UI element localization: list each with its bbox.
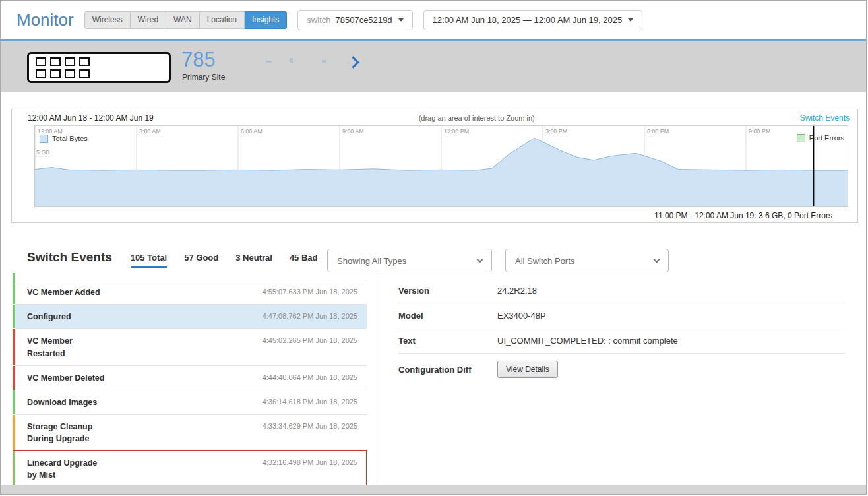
detail-row: TextUI_COMMIT_COMPLETED: : commit comple… [398, 328, 845, 354]
event-row[interactable]: Linecard Upgrade by Mist4:32:16.498 PM J… [13, 451, 367, 487]
traffic-chart-svg[interactable]: 12:00 AM3:00 AM6:00 AM9:00 AM12:00 PM3:0… [35, 126, 848, 206]
decorative-fragment [290, 58, 293, 63]
monitor-page: Monitor WirelessWiredWANLocationInsights… [0, 0, 867, 495]
event-time: 4:32:16.498 PM Jun 18, 2025 [263, 457, 357, 466]
event-type-filter[interactable]: Showing All Types [327, 249, 492, 272]
site-label: Primary Site [182, 73, 225, 82]
chart-hover-readout: 11:00 PM - 12:00 AM Jun 19: 3.6 GB, 0 Po… [12, 207, 857, 220]
view-details-button[interactable]: View Details [497, 361, 558, 378]
event-type-filter-value: Showing All Types [337, 256, 406, 266]
date-range-selector[interactable]: 12:00 AM Jun 18, 2025 — 12:00 AM Jun 19,… [423, 10, 643, 30]
status-bar [13, 366, 15, 390]
legend-total-bytes: Total Bytes [40, 135, 88, 143]
event-list: Port UpVC Member Added4:55:07.633 PM Jun… [13, 273, 367, 487]
detail-label: Version [398, 286, 497, 295]
event-row[interactable]: Storage Cleanup During Upgrade4:33:34.62… [13, 415, 367, 451]
chart-header: 12:00 AM Jun 18 - 12:00 AM Jun 19 (drag … [12, 109, 857, 124]
event-row[interactable]: Download Images4:36:14.618 PM Jun 18, 20… [13, 390, 367, 415]
svg-text:9:00 PM: 9:00 PM [749, 128, 770, 135]
port-errors-swatch-icon [797, 134, 805, 142]
count-bad[interactable]: 45 Bad [290, 253, 318, 263]
status-bar [13, 329, 15, 365]
switch-events-title: Switch Events [27, 250, 112, 264]
event-time: 4:33:34.629 PM Jun 18, 2025 [263, 421, 357, 430]
detail-label: Configuration Diff [398, 365, 497, 375]
text-fade-overlay [202, 46, 295, 74]
event-counts: 105 Total57 Good3 Neutral45 Bad [131, 253, 318, 263]
insights-chart-card: 12:00 AM Jun 18 - 12:00 AM Jun 19 (drag … [11, 109, 858, 223]
event-label: Download Images [27, 396, 97, 408]
svg-text:12:00 PM: 12:00 PM [444, 128, 469, 135]
decorative-fragment [266, 61, 272, 63]
status-bar [13, 305, 15, 328]
event-row[interactable]: Port Up [13, 273, 367, 280]
svg-text:12:00 AM: 12:00 AM [38, 128, 63, 135]
svg-text:9:00 AM: 9:00 AM [342, 128, 364, 135]
chevron-right-icon[interactable] [347, 56, 359, 68]
switch-port-filter-value: All Switch Ports [515, 256, 574, 266]
count-neutral[interactable]: 3 Neutral [235, 253, 272, 263]
status-bar [13, 451, 15, 487]
tab-wireless[interactable]: Wireless [84, 11, 131, 29]
svg-text:6:00 AM: 6:00 AM [241, 128, 263, 135]
detail-value: 24.2R2.18 [497, 286, 537, 295]
chevron-down-icon [654, 257, 660, 263]
switch-events-link[interactable]: Switch Events [800, 113, 850, 123]
legend-port-errors: Port Errors [797, 134, 844, 142]
status-bar [13, 390, 15, 414]
status-bar [13, 415, 15, 450]
monitor-tabs: WirelessWiredWANLocationInsights [84, 11, 288, 29]
detail-row: Version24.2R2.18 [398, 278, 845, 303]
event-row[interactable]: Configured4:47:08.762 PM Jun 18, 2025 [13, 305, 367, 329]
switch-port-filter[interactable]: All Switch Ports [505, 249, 669, 272]
event-row[interactable]: VC Member Restarted4:45:02.265 PM Jun 18… [13, 329, 367, 365]
detail-label: Model [398, 311, 497, 321]
event-row[interactable]: VC Member Added4:55:07.633 PM Jun 18, 20… [13, 280, 367, 305]
switch-front-panel-icon [27, 52, 171, 83]
event-time: 4:36:14.618 PM Jun 18, 2025 [263, 396, 357, 406]
bottom-scroll-track [1, 485, 866, 494]
event-row[interactable]: VC Member Deleted4:44:40.064 PM Jun 18, … [13, 366, 367, 390]
chevron-down-icon [628, 18, 633, 22]
switch-selector[interactable]: switch 78507ce5219d [297, 10, 412, 30]
switch-selector-prefix: switch [307, 15, 330, 25]
count-good[interactable]: 57 Good [184, 253, 218, 263]
svg-text:5 GB: 5 GB [36, 149, 49, 156]
detail-value: UI_COMMIT_COMPLETED: : commit complete [497, 336, 678, 346]
event-label: Storage Cleanup During Upgrade [27, 421, 92, 445]
tab-wan[interactable]: WAN [166, 11, 200, 29]
date-range-value: 12:00 AM Jun 18, 2025 — 12:00 AM Jun 19,… [433, 15, 623, 25]
tab-wired[interactable]: Wired [131, 11, 166, 29]
detail-label: Text [398, 336, 497, 346]
traffic-chart[interactable]: 12:00 AM3:00 AM6:00 AM9:00 AM12:00 PM3:0… [34, 125, 848, 207]
status-bar [13, 280, 15, 304]
count-total[interactable]: 105 Total [131, 253, 167, 263]
event-label: VC Member Restarted [27, 335, 73, 359]
switch-ports-graphic [36, 57, 90, 78]
chart-range-label: 12:00 AM Jun 18 - 12:00 AM Jun 19 [28, 113, 154, 123]
tab-location[interactable]: Location [200, 11, 245, 29]
svg-text:6:00 PM: 6:00 PM [647, 128, 669, 135]
event-label: Linecard Upgrade by Mist [27, 457, 97, 481]
chevron-down-icon [398, 18, 404, 22]
detail-row: ModelEX3400-48P [398, 303, 845, 328]
event-label: Port Up [27, 273, 57, 274]
top-header: Monitor WirelessWiredWANLocationInsights… [1, 1, 866, 39]
legend-total-bytes-label: Total Bytes [52, 135, 88, 142]
event-label: Configured [27, 311, 71, 323]
tab-insights[interactable]: Insights [245, 11, 287, 29]
status-bar [13, 273, 15, 280]
detail-value: EX3400-48P [497, 311, 546, 321]
event-label: VC Member Added [27, 286, 100, 298]
event-details: Version24.2R2.18ModelEX3400-48PTextUI_CO… [377, 273, 858, 487]
chart-zoom-hint: (drag an area of interest to Zoom in) [154, 114, 800, 122]
event-label: VC Member Deleted [27, 372, 104, 384]
total-bytes-swatch-icon [40, 135, 48, 143]
event-time: 4:44:40.064 PM Jun 18, 2025 [263, 372, 357, 381]
event-time: 4:45:02.265 PM Jun 18, 2025 [263, 335, 357, 344]
svg-text:3:00 AM: 3:00 AM [139, 128, 161, 135]
event-time: 4:47:08.762 PM Jun 18, 2025 [263, 311, 357, 320]
page-title: Monitor [16, 10, 74, 30]
switch-events-header: Switch Events 105 Total57 Good3 Neutral4… [27, 250, 318, 264]
svg-text:3:00 PM: 3:00 PM [545, 128, 567, 135]
